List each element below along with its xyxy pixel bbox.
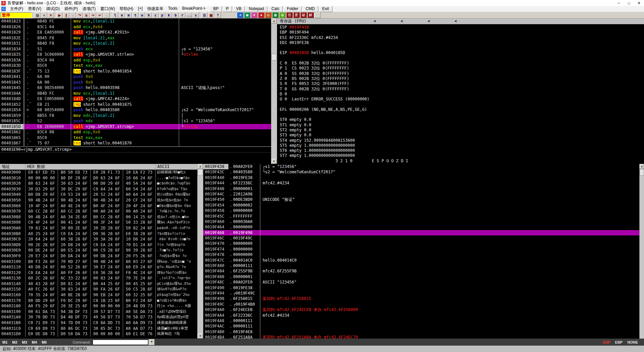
hex-row[interactable]: 0040311040 D8 24 6F00 52 26 6F30 E7 24 6… bbox=[0, 264, 197, 270]
stack-row[interactable]: 0019F468.0019F498 bbox=[203, 230, 639, 235]
plugin-od-icon[interactable]: ◉ bbox=[244, 12, 251, 18]
scroll-up-icon[interactable]: ▲ bbox=[640, 164, 644, 169]
hex-row[interactable]: 004030C020 64 24 6F60 38 28 6F30 3A 28 6… bbox=[0, 236, 197, 242]
register-row[interactable]: EIP 0040185D hello.0040185D bbox=[277, 50, 644, 55]
stack-row[interactable]: 0019F440.0019FE38 bbox=[203, 175, 639, 180]
scrollbar-thumb[interactable] bbox=[271, 54, 277, 60]
memory-tab-m1[interactable]: M1 bbox=[0, 340, 10, 344]
hex-row[interactable]: 00403100B0 F3 26 6F70 0D 27 6F90 4B 24 6… bbox=[0, 259, 197, 265]
close-program-icon[interactable]: ✕ bbox=[48, 12, 54, 18]
register-row[interactable]: ESI 6F22336C mfc42.#4234 bbox=[277, 35, 644, 40]
cpu-window-icon[interactable]: C bbox=[1, 7, 6, 11]
hex-row[interactable]: 004030D090 2E 28 6F20 D8 24 6FC0 EA 24 6… bbox=[0, 242, 197, 248]
stack-row[interactable]: 0019F454.00000002 bbox=[203, 203, 639, 208]
stack-row[interactable]: 0019F480.00000111 bbox=[203, 263, 639, 268]
register-row[interactable]: ST1 empty 0.0 bbox=[277, 123, 644, 128]
toolbar-letter-p[interactable]: p bbox=[159, 12, 165, 18]
hex-row[interactable]: 004030F020 E7 24 6FD0 DA 24 6F90 DB 24 6… bbox=[0, 253, 197, 259]
hex-row[interactable]: 00403150A0 FC 26 6F30 83 24 6F90 FA 26 6… bbox=[0, 287, 197, 292]
stack-row[interactable]: 0019F444.6F22336Cmfc42.#4234 bbox=[203, 180, 639, 186]
stack-row[interactable]: 0019F478.00000000 bbox=[203, 252, 639, 257]
register-row[interactable] bbox=[277, 102, 644, 107]
hex-row[interactable]: 004030B0A0 25 24 6FC0 EA 24 6FD0 36 28 6… bbox=[0, 231, 197, 237]
menu-item-w[interactable]: 窗口(W) bbox=[98, 6, 117, 12]
toolbar-letter-...[interactable]: ... bbox=[186, 12, 192, 18]
scroll-down-icon[interactable]: ▼ bbox=[271, 159, 277, 164]
disasm-row[interactable]: 00401841.6A 00push 0x0 bbox=[0, 74, 271, 80]
run-icon[interactable]: ▶ bbox=[56, 12, 63, 18]
stack-row[interactable]: 0019F498.6F256015返回到 mfc42.6F256015 bbox=[203, 296, 639, 301]
disasm-row[interactable]: 00401854>68 80354000push hello.00403580┌… bbox=[0, 107, 271, 113]
plugin-po-icon[interactable]: 破 bbox=[300, 12, 307, 18]
menu-button-folder[interactable]: Folder bbox=[283, 6, 302, 12]
hex-row[interactable]: 004030A070 61 24 6F30 09 2E 6F30 2D 28 6… bbox=[0, 225, 197, 231]
plugin-heart-icon[interactable]: ♥ bbox=[251, 12, 258, 18]
hex-row[interactable]: 004031B0C0 71 D9 7394 7D D9 73C0 8A DD 7… bbox=[0, 320, 197, 326]
stack-row[interactable]: 0019F488.00000001 bbox=[203, 274, 639, 279]
trace-over-icon[interactable]: ↪ bbox=[90, 12, 96, 18]
menu-button-calc[interactable]: Calc bbox=[268, 6, 283, 12]
disasm-row[interactable]: 0040184D.E8 C0050000call <jmp.&MFC42.#42… bbox=[0, 96, 271, 102]
command-input[interactable] bbox=[93, 340, 148, 345]
disasm-row[interactable]: 00401829.E8 EA050000call <jmp.&MFC42.#29… bbox=[0, 30, 271, 35]
disasm-row[interactable]: 00401843.6A 00push 0x0 bbox=[0, 80, 271, 85]
plugin-dot-icon[interactable]: ● bbox=[258, 12, 265, 18]
execute-till-return-icon[interactable]: ↩ bbox=[97, 12, 103, 18]
register-row[interactable]: ST3 empty 0.0 bbox=[277, 133, 644, 138]
menu-button-exit[interactable]: Exit bbox=[319, 6, 332, 12]
disasm-row[interactable]: 00401867.ˇ75 07jnz short hello.00401870 bbox=[0, 140, 271, 146]
register-row[interactable]: ST5 empty 1.0000000000000000000 bbox=[277, 143, 644, 148]
stack-row[interactable]: 0019F474.00000000 bbox=[203, 247, 639, 252]
memory-tab-m4[interactable]: M4 bbox=[30, 340, 39, 344]
toolbar-letter-l[interactable]: l bbox=[112, 12, 118, 18]
menu-button-p[interactable]: P bbox=[223, 6, 232, 12]
disasm-row[interactable]: 00401845.68 98354000push hello.00403598A… bbox=[0, 85, 271, 91]
toolbar-letter-e[interactable]: e bbox=[119, 12, 125, 18]
open-file-icon[interactable]: ▨ bbox=[34, 12, 41, 18]
memory-tab-m2[interactable]: M2 bbox=[10, 340, 19, 344]
register-row[interactable]: ST4 empty 152.99999848008153600 bbox=[277, 138, 644, 143]
register-row[interactable]: O 0 LastErr ERROR_SUCCESS (00000000) bbox=[277, 97, 644, 102]
stack-row[interactable]: 0019F450.00DE38D0UNICODE "验证" bbox=[203, 197, 639, 202]
hex-row[interactable]: 004031C0C0 69 D9 7380 86 DC 7330 85 DC 7… bbox=[0, 326, 197, 332]
stack-row[interactable]: 0019F438.00A02FE0┌s1 = "123456" bbox=[203, 164, 639, 169]
registers-collapse-chevrons[interactable]: < < < < < < < < < bbox=[374, 18, 484, 36]
disasm-row[interactable]: 0040184A.8B4D FCmov ecx,[local.1] bbox=[0, 91, 271, 96]
hex-row[interactable]: 0040319000 61 DA 7394 3B DF 7330 57 D7 7… bbox=[0, 309, 197, 315]
plugin-arrow-icon[interactable]: ➜ bbox=[237, 12, 244, 18]
hex-row[interactable]: 0040305090 4B 24 6F90 4B 24 6F90 4B 24 6… bbox=[0, 197, 197, 203]
minimize-button[interactable]: ─ bbox=[614, 1, 624, 5]
memory-tab-m5[interactable]: M5 bbox=[39, 340, 49, 344]
plugin-wu-icon[interactable]: 吾 bbox=[286, 12, 293, 18]
scroll-up-icon[interactable]: ▲ bbox=[198, 164, 203, 169]
pause-icon[interactable]: ∥ bbox=[63, 12, 69, 18]
stack-row[interactable]: 0019F4A4.6F22336Cmfc42.#4234 bbox=[203, 313, 639, 318]
hex-row[interactable]: 004031D0E0 DE D8 73D0 50 DA 7300 00 00 0… bbox=[0, 331, 197, 337]
stack-row[interactable]: 0019F49C.┌0019F4B0 bbox=[203, 302, 639, 307]
disasm-row[interactable]: 00401865.85C0test eax,eax bbox=[0, 135, 271, 141]
disasm-row[interactable]: 00401835.E8 5C060000call <jmp.&MSVCRT.st… bbox=[0, 52, 271, 57]
hex-row[interactable]: 0040301000 00 00 0080 DF 29 6FD0 63 24 6… bbox=[0, 175, 197, 181]
hex-row[interactable]: 0040306010 4F 24 6FA0 4E 24 6FB0 4F 24 6… bbox=[0, 203, 197, 209]
hex-row[interactable]: 00403180A0 F5 29 6F20 3E 25 6F00 00 00 0… bbox=[0, 303, 197, 309]
hex-row[interactable]: 00403040B0 D8 29 6FC0 53 24 6F20 52 24 6… bbox=[0, 192, 197, 197]
menu-item-h[interactable]: 帮助(H) bbox=[117, 6, 136, 12]
empty-toolbar-button[interactable] bbox=[314, 12, 321, 18]
menu-item-[interactable]: [+] bbox=[136, 6, 145, 12]
disasm-row[interactable]: 00401862.83C4 08add esp,0x8 bbox=[0, 129, 271, 135]
stack-row[interactable]: 0019F484.6F255F9Bmfc42.6F255F9B bbox=[203, 268, 639, 274]
stack-scrollbar[interactable]: ▲ bbox=[639, 164, 644, 339]
toolbar-letter-s[interactable]: s bbox=[193, 12, 199, 18]
menu-item-breakpoint[interactable]: BreakPoint-> bbox=[180, 6, 208, 12]
hexdump-header-address[interactable]: 地址 bbox=[0, 164, 25, 170]
menu-item-f[interactable]: 文件(F) bbox=[8, 6, 25, 12]
register-row[interactable] bbox=[277, 112, 644, 117]
toolbar-letter-b[interactable]: b bbox=[172, 12, 179, 18]
register-row[interactable] bbox=[277, 56, 644, 61]
toolbar-letter-c[interactable]: c bbox=[152, 12, 159, 18]
toolbar-letter-w[interactable]: w bbox=[139, 12, 145, 18]
disasm-row[interactable]: 0040183D.85C0test eax,eax bbox=[0, 63, 271, 69]
stack-row[interactable]: 0019F46C.0019F49C bbox=[203, 235, 639, 241]
plugin-target-icon[interactable]: ◎ bbox=[265, 12, 272, 18]
stack-row[interactable]: 0019F43C.00403580└s2 = "WelcomeToKanXueC… bbox=[203, 169, 639, 175]
